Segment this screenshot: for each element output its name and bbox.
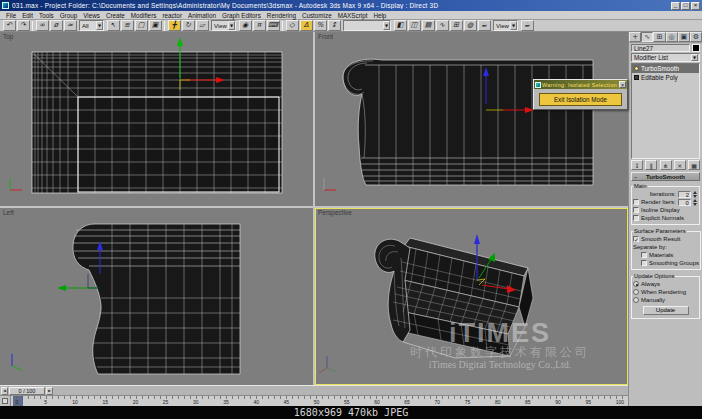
menu-item[interactable]: Create bbox=[103, 11, 128, 20]
minimize-button[interactable]: _ bbox=[671, 2, 680, 10]
tab-motion[interactable]: ◎ bbox=[666, 32, 678, 42]
viewport-top-label[interactable]: Top bbox=[3, 33, 13, 40]
remove-modifier-button[interactable]: × bbox=[674, 160, 686, 170]
visibility-bulb-icon[interactable] bbox=[634, 66, 639, 71]
show-end-result-button[interactable]: ‖ bbox=[645, 160, 657, 170]
time-slider[interactable]: ◄ 0 / 100 ► bbox=[0, 385, 628, 395]
bind-spacewarp-button[interactable]: ≈ bbox=[64, 20, 77, 31]
when-rendering-radio[interactable] bbox=[633, 289, 639, 295]
spinner-snap-toggle[interactable]: ↕ bbox=[328, 20, 341, 31]
select-move-button[interactable]: ╋ bbox=[168, 20, 181, 31]
reference-coordinate-dropdown[interactable]: View▼ bbox=[211, 20, 236, 31]
mini-curve-editor-button[interactable] bbox=[0, 396, 11, 406]
menu-item[interactable]: Help bbox=[370, 11, 389, 20]
redo-button[interactable]: ↷ bbox=[17, 20, 30, 31]
tab-modify[interactable]: ∿ bbox=[641, 32, 653, 42]
object-color-swatch[interactable] bbox=[692, 44, 700, 52]
smoothing-groups-checkbox[interactable] bbox=[641, 260, 647, 266]
titlebar[interactable]: 031.max - Project Folder: C:\Documents a… bbox=[0, 0, 702, 11]
select-by-name-button[interactable]: ≡ bbox=[121, 20, 134, 31]
configure-modifier-sets-button[interactable]: ▦ bbox=[688, 160, 700, 170]
layer-manager-button[interactable]: ▤ bbox=[422, 20, 435, 31]
rect-selection-region-button[interactable]: ▢ bbox=[135, 20, 148, 31]
tab-hierarchy[interactable]: ⊞ bbox=[653, 32, 665, 42]
select-rotate-button[interactable]: ↻ bbox=[182, 20, 195, 31]
dialog-titlebar[interactable]: Warning: Isolated Selection × bbox=[534, 80, 627, 89]
stack-item-turbosmooth[interactable]: TurboSmooth bbox=[632, 64, 699, 73]
menu-item[interactable]: Modifiers bbox=[128, 11, 160, 20]
render-type-dropdown[interactable]: View▼ bbox=[493, 20, 518, 31]
render-iters-spinner[interactable] bbox=[693, 199, 698, 206]
manually-radio[interactable] bbox=[633, 297, 639, 303]
viewport-perspective-label[interactable]: Perspective bbox=[318, 209, 352, 216]
object-name-field[interactable]: Line27 bbox=[631, 44, 690, 52]
modifier-list-dropdown[interactable]: Modifier List ▼ bbox=[631, 53, 700, 62]
select-object-button[interactable]: ↖ bbox=[107, 20, 120, 31]
time-slider-handle[interactable]: 0 / 100 bbox=[9, 387, 45, 395]
materials-checkbox[interactable] bbox=[641, 252, 647, 258]
track-ruler[interactable]: 0510152025303540455055606570758085909510… bbox=[11, 396, 628, 406]
keyboard-override-toggle[interactable]: ⌨ bbox=[267, 20, 280, 31]
viewport-front[interactable]: Front bbox=[315, 32, 628, 206]
angle-snap-toggle[interactable]: ∆ bbox=[300, 20, 313, 31]
undo-button[interactable]: ↶ bbox=[3, 20, 16, 31]
stack-item-editable-poly[interactable]: Editable Poly bbox=[632, 73, 699, 82]
update-button[interactable]: Update bbox=[643, 306, 689, 315]
always-radio[interactable] bbox=[633, 281, 639, 287]
menu-item[interactable]: Graph Editors bbox=[219, 11, 264, 20]
select-manipulate-button[interactable]: ¤ bbox=[253, 20, 266, 31]
exit-isolation-button[interactable]: Exit Isolation Mode bbox=[539, 93, 622, 106]
schematic-view-button[interactable]: ⊞ bbox=[450, 20, 463, 31]
quick-render-button[interactable]: ☕ bbox=[521, 20, 534, 31]
tab-display[interactable]: ▣ bbox=[678, 32, 690, 42]
tab-create[interactable]: + bbox=[629, 32, 641, 42]
explicit-normals-checkbox[interactable] bbox=[633, 215, 639, 221]
menu-item[interactable]: reactor bbox=[159, 11, 185, 20]
render-iters-field[interactable]: 0 bbox=[678, 199, 691, 206]
mirror-button[interactable]: ◧ bbox=[394, 20, 407, 31]
snap-3d-toggle[interactable]: ◇ bbox=[286, 20, 299, 31]
viewport-perspective[interactable]: iTIMES 时代印象数字技术有限公司 iTimes Digital Techn… bbox=[315, 208, 628, 385]
menu-item[interactable]: Group bbox=[57, 11, 81, 20]
menu-item[interactable]: Animation bbox=[185, 11, 219, 20]
close-button[interactable]: × bbox=[691, 2, 700, 10]
select-link-button[interactable]: ∞ bbox=[36, 20, 49, 31]
smooth-result-checkbox[interactable]: ✓ bbox=[633, 236, 639, 242]
menu-item[interactable]: Views bbox=[80, 11, 103, 20]
menu-item[interactable]: Customize bbox=[299, 11, 335, 20]
curve-editor-button[interactable]: ∿ bbox=[436, 20, 449, 31]
menu-item[interactable]: Edit bbox=[19, 11, 36, 20]
iterations-spinner[interactable] bbox=[693, 191, 698, 198]
window-crossing-toggle[interactable]: ▣ bbox=[149, 20, 162, 31]
maximize-button[interactable]: □ bbox=[681, 2, 690, 10]
turbosmooth-rollout-header[interactable]: - TurboSmooth bbox=[631, 172, 700, 181]
track-bar[interactable]: 0510152025303540455055606570758085909510… bbox=[0, 395, 628, 406]
select-scale-button[interactable]: ▱ bbox=[196, 20, 209, 31]
iterations-field[interactable]: 2 bbox=[678, 191, 691, 198]
percent-snap-toggle[interactable]: % bbox=[314, 20, 327, 31]
menu-item[interactable]: Tools bbox=[36, 11, 57, 20]
axis-tripod bbox=[10, 178, 22, 190]
next-frame-button[interactable]: ► bbox=[46, 387, 53, 395]
menu-item[interactable]: MAXScript bbox=[335, 11, 371, 20]
render-setup-button[interactable]: ☕ bbox=[478, 20, 491, 31]
menu-item[interactable]: File bbox=[3, 11, 19, 20]
viewport-top[interactable]: Top bbox=[0, 32, 313, 206]
pin-stack-button[interactable]: ↧ bbox=[631, 160, 643, 170]
previous-frame-button[interactable]: ◄ bbox=[1, 387, 8, 395]
material-editor-button[interactable]: ◍ bbox=[464, 20, 477, 31]
selection-filter-dropdown[interactable]: All▼ bbox=[79, 20, 104, 31]
named-selection-sets-dropdown[interactable]: ▼ bbox=[343, 20, 391, 31]
viewport-left-label[interactable]: Left bbox=[3, 209, 14, 216]
use-pivot-center-button[interactable]: ◉ bbox=[239, 20, 252, 31]
tab-utilities[interactable]: ⚙ bbox=[690, 32, 702, 42]
viewport-left[interactable]: Left bbox=[0, 208, 313, 385]
render-iters-checkbox[interactable] bbox=[633, 199, 639, 205]
align-button[interactable]: ◫ bbox=[408, 20, 421, 31]
make-unique-button[interactable]: ⋔ bbox=[660, 160, 672, 170]
menu-item[interactable]: Rendering bbox=[264, 11, 299, 20]
unlink-button[interactable]: ø bbox=[50, 20, 63, 31]
viewport-front-label[interactable]: Front bbox=[318, 33, 333, 40]
isoline-display-checkbox[interactable] bbox=[633, 207, 639, 213]
dialog-close-button[interactable]: × bbox=[619, 81, 626, 88]
